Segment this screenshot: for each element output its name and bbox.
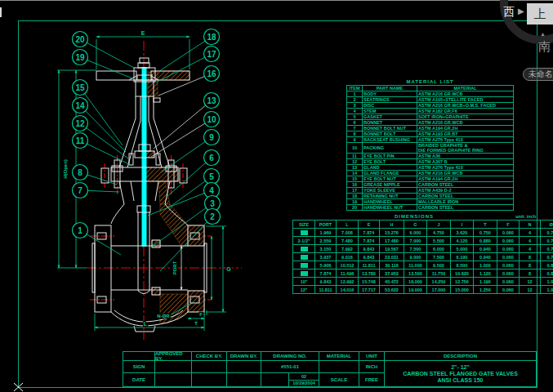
dimension-row: 5.90610.51211.81130.11811.0009.5008.5001… bbox=[293, 261, 553, 270]
callout-number: 11 bbox=[76, 136, 85, 145]
callout-leader bbox=[80, 140, 131, 165]
material-row: 13GLANDASTM A276 Type 410 bbox=[347, 165, 514, 171]
dimensions-title: DIMENSIONS bbox=[292, 213, 536, 220]
tb-drawing-no-value: #551-01 bbox=[261, 361, 319, 373]
material-row: 3DISCASTM A216 GR.WCB+O.M.S. FACED bbox=[347, 103, 514, 109]
size-block bbox=[301, 230, 308, 235]
callout-number: 1 bbox=[78, 226, 83, 235]
dimension-row: 3.1507.9929.84319.5677.5006.0005.0000.94… bbox=[293, 245, 553, 253]
col-part-name: PART NAME bbox=[363, 86, 417, 91]
tb-revision: 02 bbox=[289, 373, 319, 381]
callout-number: 17 bbox=[207, 50, 216, 59]
material-row: 17YOKE SLEEVEASTM A439 D-2 bbox=[347, 188, 514, 194]
callout-leader bbox=[80, 57, 132, 78]
dim-label-g: G bbox=[226, 266, 231, 272]
material-row: 6BONNETASTM A216 GR.WCB bbox=[347, 120, 514, 126]
viewcube-up-arrow-icon[interactable]: ▲ bbox=[540, 31, 546, 37]
tb-date-drawn bbox=[227, 373, 261, 386]
dim-col-ØR: ØR bbox=[541, 220, 553, 229]
dimension-row: 1.9697.0087.87415.2766.0004.7503.6200.75… bbox=[293, 229, 553, 237]
material-row: 16GREASE NIPPLECARBON STEEL bbox=[347, 182, 514, 188]
dim-label-n-or: N-ØR bbox=[157, 314, 170, 318]
dim-label-port: PORT bbox=[172, 261, 177, 274]
callout-number: 20 bbox=[75, 35, 85, 44]
callout-number: 8 bbox=[78, 168, 83, 177]
callout-leader bbox=[148, 190, 212, 216]
material-row: 7BONNET BOLT NUTASTM A194 GR.2H bbox=[347, 126, 514, 131]
callout-number: 2 bbox=[210, 212, 215, 221]
tb-date-value: 10/29/2004 bbox=[289, 381, 319, 387]
material-row: 18RETAINING NUTCARBON STEEL bbox=[347, 194, 514, 199]
title-block: APPROVED BY. CHECK BY. DRAWN BY. DRAWING… bbox=[123, 351, 537, 387]
description-line-2: CARBON STEEL FLANGED GATE VALVES bbox=[403, 371, 518, 377]
dim-label-e: E bbox=[141, 30, 145, 36]
tb-approved-by: APPROVED BY. bbox=[155, 352, 192, 361]
size-block bbox=[301, 271, 308, 276]
tb-description: 2"- 12" CARBON STEEL FLANGED GATE VALVES… bbox=[385, 361, 536, 386]
section-hatch bbox=[144, 71, 204, 323]
material-row: 2SEATRINGSASTM A105+STELLITE FACED bbox=[347, 97, 514, 103]
tb-scale-label: SCALE bbox=[319, 373, 359, 386]
dimension-row: 3.9379.0169.84323.0319.0007.5006.1900.94… bbox=[293, 253, 553, 261]
tb-material-label: MATERIAL bbox=[319, 352, 359, 361]
tb-date-approved bbox=[155, 373, 192, 386]
material-row: 4STEMASTM A182 GR.F6 bbox=[347, 109, 514, 114]
valve-geometry bbox=[92, 58, 207, 332]
callout-number: 18 bbox=[207, 33, 216, 42]
col-material: MATERIAL bbox=[417, 86, 514, 91]
callout-number: 7 bbox=[78, 186, 83, 195]
material-row: 9BACKSEAT BUSHINGASTM A276 Type 410 bbox=[347, 137, 514, 143]
size-block bbox=[301, 247, 308, 252]
dim-col-F: F bbox=[497, 220, 520, 229]
col-item: ITEM bbox=[347, 86, 363, 91]
tb-check-by: CHECK BY. bbox=[192, 352, 227, 361]
material-row: 5GASKETSOFT IRON+GRAPHITE bbox=[347, 114, 514, 120]
callout-number: 14 bbox=[75, 101, 85, 110]
material-row: 20HANDWHEEL NUTCARBON STEEL bbox=[347, 205, 514, 211]
tb-date-label: DATE bbox=[123, 373, 155, 386]
dim-col-N: N bbox=[520, 220, 541, 229]
tb-description-label: DESCRIPTION bbox=[385, 352, 536, 361]
tb-sign-approved bbox=[155, 361, 192, 373]
tb-drawing-no-label: DRAWING NO. bbox=[261, 352, 319, 361]
material-list-title: MATERIAL LIST bbox=[346, 78, 514, 85]
dim-col-PORT: PORT bbox=[315, 220, 337, 229]
dimension-row: 2-1/2"2.5597.4807.87417.4807.0005.5004.1… bbox=[293, 237, 553, 245]
material-row: 14GLAND FLANGEASTM A216 GR.WCB bbox=[347, 171, 514, 176]
size-block bbox=[301, 263, 308, 268]
tb-unit-label: UNIT bbox=[359, 352, 385, 361]
callout-number: 9 bbox=[209, 133, 214, 142]
unit-note: unit: inch bbox=[515, 214, 536, 219]
callout-number: 13 bbox=[207, 96, 216, 105]
dim-col-E: E bbox=[359, 220, 380, 229]
material-row: 19HANDWHEELMALLEABLE IRON bbox=[347, 199, 514, 205]
view-name-badge[interactable]: 未命名 bbox=[523, 68, 553, 81]
dim-col-T: T bbox=[474, 220, 497, 229]
tb-corner bbox=[123, 352, 155, 361]
viewcube-top-face[interactable]: 上 bbox=[527, 3, 553, 24]
callout-number: 19 bbox=[75, 53, 85, 62]
viewcube-west-label[interactable]: 西 bbox=[503, 5, 515, 20]
callout-number: 12 bbox=[75, 119, 85, 128]
viewcube-south-label[interactable]: 南 bbox=[538, 39, 551, 55]
callout-number: 10 bbox=[207, 115, 216, 124]
viewcube-west-arrow-icon[interactable]: ▶ bbox=[518, 7, 524, 16]
tb-scale-value: FREE bbox=[359, 373, 385, 386]
callout-number: 5 bbox=[209, 172, 214, 181]
tb-sign-label: SIGN bbox=[123, 361, 155, 373]
dim-label-f: F bbox=[199, 312, 203, 317]
material-row: 15EYE BOLT NUTASTM A194 GR.2H bbox=[347, 176, 514, 182]
tb-material-value bbox=[319, 361, 359, 373]
dimension-row: 10"9.84312.99215.74845.47216.00014.25012… bbox=[293, 278, 553, 286]
description-line-1: 2"- 12" bbox=[451, 364, 470, 371]
dim-col-G: G bbox=[404, 220, 427, 229]
dimension-row: 7.87411.49613.78037.95313.50011.75010.62… bbox=[293, 270, 553, 278]
material-row: 11EYE BOLT PINASTM A36 bbox=[347, 154, 514, 159]
callout-number: 15 bbox=[75, 83, 85, 92]
callout-number: 6 bbox=[209, 154, 214, 163]
dimension-row: 12"11.81114.01617.71753.62219.00017.0001… bbox=[293, 286, 553, 294]
dimensions-table: DIMENSIONS unit: inch SIZEPORTLEHGJITFNØ… bbox=[292, 213, 536, 294]
dim-label-h-open: H(Open) bbox=[63, 159, 68, 179]
dim-label-l: L bbox=[144, 321, 148, 327]
tb-date-check bbox=[192, 373, 227, 386]
